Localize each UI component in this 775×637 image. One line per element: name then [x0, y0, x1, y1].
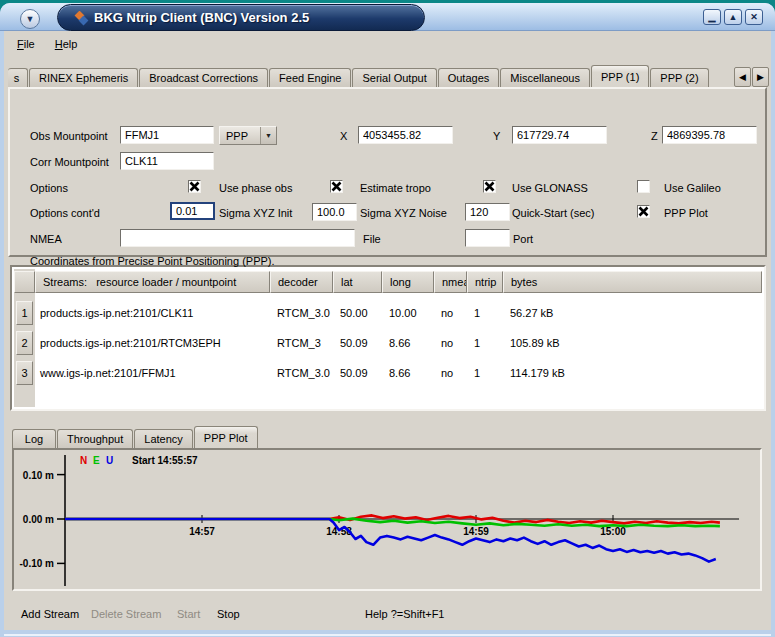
row-number[interactable]: 3: [16, 361, 33, 385]
y-label: Y: [493, 130, 500, 142]
add-stream-button[interactable]: Add Stream: [21, 608, 79, 620]
close-button[interactable]: ✕: [745, 9, 763, 25]
svg-text:Start 14:55:57: Start 14:55:57: [132, 455, 198, 466]
cell-decoder: RTCM_3.0: [270, 307, 333, 319]
streams-table: Streams: resource loader / mountpoint de…: [10, 265, 766, 411]
col-bytes[interactable]: bytes: [503, 271, 762, 293]
estimate-tropo-label: Estimate tropo: [360, 182, 431, 194]
minimize-button[interactable]: ▁: [703, 9, 721, 25]
tab-scroll-left-icon[interactable]: ◀: [734, 67, 751, 87]
action-bar: Add Stream Delete Stream Start Stop Help…: [4, 601, 771, 627]
svg-text:14:57: 14:57: [189, 526, 215, 537]
table-row[interactable]: 2 products.igs-ip.net:2101/RTCM3EPH RTCM…: [14, 329, 762, 357]
cell-ntrip: 1: [467, 307, 503, 319]
quick-start-input[interactable]: [465, 203, 510, 221]
tab-ppp-plot[interactable]: PPP Plot: [194, 426, 258, 448]
chevron-down-icon: ▼: [260, 127, 276, 144]
use-glonass-checkbox[interactable]: [483, 180, 496, 193]
help-shortcut-label: Help ?=Shift+F1: [365, 608, 445, 620]
ppp-plot-checkbox[interactable]: [637, 205, 650, 218]
sigma-xyz-noise-input[interactable]: [312, 203, 357, 221]
col-lat[interactable]: lat: [333, 271, 382, 293]
cell-mountpoint: products.igs-ip.net:2101/CLK11: [33, 307, 270, 319]
table-row[interactable]: 1 products.igs-ip.net:2101/CLK11 RTCM_3.…: [14, 299, 762, 327]
corr-mountpoint-label: Corr Mountpoint: [30, 156, 109, 168]
window-body: File Help s RINEX Ephemeris Broadcast Co…: [4, 31, 771, 630]
cell-long: 8.66: [382, 337, 434, 349]
col-long[interactable]: long: [382, 271, 434, 293]
svg-text:15:00: 15:00: [600, 526, 626, 537]
cell-decoder: RTCM_3: [270, 337, 333, 349]
svg-text:-0.10 m: -0.10 m: [20, 558, 55, 569]
tab-ppp-1[interactable]: PPP (1): [591, 65, 649, 87]
tab-feed-engine[interactable]: Feed Engine: [269, 68, 351, 87]
menu-bar: File Help: [4, 31, 771, 57]
sigma-xyz-noise-label: Sigma XYZ Noise: [360, 207, 447, 219]
x-label: X: [340, 130, 347, 142]
svg-text:14:59: 14:59: [463, 526, 489, 537]
tab-latency[interactable]: Latency: [134, 429, 193, 448]
sigma-xyz-init-input[interactable]: [170, 202, 215, 220]
col-mountpoint[interactable]: Streams: resource loader / mountpoint: [35, 271, 270, 293]
ppp-mode-value: PPP: [220, 130, 260, 142]
corr-mountpoint-input[interactable]: [120, 152, 214, 170]
row-number[interactable]: 1: [16, 301, 33, 325]
stop-button[interactable]: Stop: [217, 608, 240, 620]
use-galileo-checkbox[interactable]: [637, 180, 650, 193]
use-phase-obs-checkbox[interactable]: [188, 180, 201, 193]
tab-scroll-right-icon[interactable]: ▶: [752, 67, 769, 87]
cell-bytes: 56.27 kB: [503, 307, 762, 319]
ppp-plot-chart: 0.10 m0.00 m-0.10 m14:5714:5814:5915:00N…: [14, 450, 760, 589]
tab-outages[interactable]: Outages: [438, 68, 500, 87]
table-corner-cell: [14, 271, 35, 293]
window-menu-button[interactable]: ▼: [20, 9, 40, 29]
table-header-row: Streams: resource loader / mountpoint de…: [14, 271, 762, 293]
cell-mountpoint: www.igs-ip.net:2101/FFMJ1: [33, 367, 270, 379]
cell-ntrip: 1: [467, 367, 503, 379]
sigma-xyz-init-label: Sigma XYZ Init: [219, 207, 292, 219]
title-capsule: BKG Ntrip Client (BNC) Version 2.5: [57, 4, 425, 31]
tab-throughput[interactable]: Throughput: [57, 429, 133, 448]
nmea-file-input[interactable]: [120, 229, 355, 247]
x-coordinate-input[interactable]: [358, 126, 453, 144]
cell-nmea: no: [434, 367, 467, 379]
start-button[interactable]: Start: [177, 608, 200, 620]
svg-text:N: N: [80, 455, 87, 466]
use-galileo-label: Use Galileo: [664, 182, 721, 194]
tab-broadcast-corrections[interactable]: Broadcast Corrections: [139, 68, 268, 87]
ppp-plot-panel: 0.10 m0.00 m-0.10 m14:5714:5814:5915:00N…: [12, 448, 762, 591]
svg-text:U: U: [106, 455, 113, 466]
maximize-button[interactable]: ▲: [724, 9, 742, 25]
ppp-mode-select[interactable]: PPP ▼: [219, 126, 277, 145]
z-coordinate-input[interactable]: [662, 126, 757, 144]
cell-mountpoint: products.igs-ip.net:2101/RTCM3EPH: [33, 337, 270, 349]
tab-miscellaneous[interactable]: Miscellaneous: [500, 68, 590, 87]
table-row[interactable]: 3 www.igs-ip.net:2101/FFMJ1 RTCM_3.0 50.…: [14, 359, 762, 387]
cell-ntrip: 1: [467, 337, 503, 349]
col-decoder[interactable]: decoder: [270, 271, 333, 293]
z-label: Z: [651, 130, 658, 142]
title-bar[interactable]: ▼ BKG Ntrip Client (BNC) Version 2.5 ▁ ▲…: [0, 3, 775, 31]
col-nmea[interactable]: nmea: [434, 271, 467, 293]
row-number[interactable]: 2: [16, 331, 33, 355]
nmea-port-input[interactable]: [465, 229, 510, 247]
tab-rinex-ephemeris[interactable]: RINEX Ephemeris: [29, 68, 138, 87]
cell-bytes: 105.89 kB: [503, 337, 762, 349]
tab-ppp-2[interactable]: PPP (2): [650, 68, 708, 87]
svg-text:0.00 m: 0.00 m: [23, 514, 54, 525]
y-coordinate-input[interactable]: [512, 126, 607, 144]
col-ntrip[interactable]: ntrip: [467, 271, 503, 293]
use-phase-obs-label: Use phase obs: [219, 182, 292, 194]
menu-help[interactable]: Help: [52, 36, 81, 52]
bnc-window: ▼ BKG Ntrip Client (BNC) Version 2.5 ▁ ▲…: [0, 3, 775, 637]
menu-file[interactable]: File: [14, 36, 38, 52]
cell-lat: 50.09: [333, 337, 382, 349]
tab-clipped[interactable]: s: [8, 68, 28, 87]
tab-serial-output[interactable]: Serial Output: [352, 68, 436, 87]
cell-lat: 50.00: [333, 307, 382, 319]
delete-stream-button[interactable]: Delete Stream: [91, 608, 161, 620]
obs-mountpoint-input[interactable]: [120, 126, 214, 144]
cell-long: 8.66: [382, 367, 434, 379]
tab-log[interactable]: Log: [12, 429, 56, 448]
estimate-tropo-checkbox[interactable]: [330, 180, 343, 193]
